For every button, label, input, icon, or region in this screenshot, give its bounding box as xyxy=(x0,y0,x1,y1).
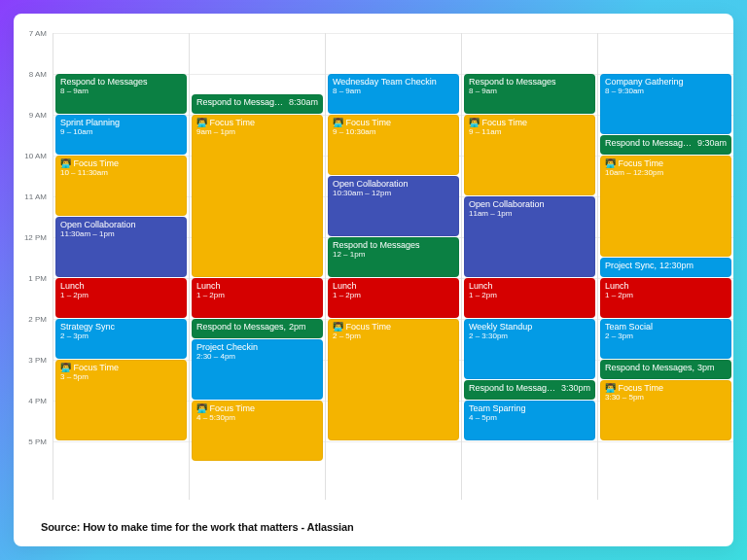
day-columns: Respond to Messages8 – 9amSprint Plannin… xyxy=(53,33,733,500)
calendar-event[interactable]: Respond to Messages,9:30am xyxy=(600,135,731,155)
event-title: Weekly Standup xyxy=(469,322,590,332)
event-title: Project Sync, xyxy=(605,261,657,270)
calendar-event[interactable]: 👨‍💻 Focus Time2 – 5pm xyxy=(328,319,459,440)
day-column-tue: Respond to Messages,8:30am👨‍💻 Focus Time… xyxy=(189,33,325,500)
calendar-event[interactable]: Respond to Messages8 – 9am xyxy=(55,74,187,114)
day-column-fri: Company Gathering8 – 9:30amRespond to Me… xyxy=(597,33,733,500)
day-column-mon: Respond to Messages8 – 9amSprint Plannin… xyxy=(53,33,189,500)
event-title: 👨‍💻 Focus Time xyxy=(196,403,318,413)
event-title: Respond to Messages xyxy=(60,77,182,87)
calendar-event[interactable]: Lunch1 – 2pm xyxy=(328,278,459,318)
event-time: 10am – 12:30pm xyxy=(605,168,727,177)
time-label: 11 AM xyxy=(24,192,47,201)
calendar-event[interactable]: Respond to Messages12 – 1pm xyxy=(328,237,459,277)
calendar-event[interactable]: Lunch1 – 2pm xyxy=(192,278,323,318)
time-label: 2 PM xyxy=(28,315,47,324)
calendar-event[interactable]: Project Sync,12:30pm xyxy=(600,258,731,277)
event-time: 8:30am xyxy=(289,97,318,107)
event-title: Lunch xyxy=(333,281,454,291)
time-label: 8 AM xyxy=(29,70,47,79)
event-title: 👨‍💻 Focus Time xyxy=(333,118,454,127)
calendar-event[interactable]: 👨‍💻 Focus Time10 – 11:30am xyxy=(55,156,187,216)
calendar-event[interactable]: Open Collaboration11am – 1pm xyxy=(464,196,595,277)
event-title: Project Checkin xyxy=(196,342,318,352)
event-time: 2 – 5pm xyxy=(333,332,454,340)
event-title: Team Sparring xyxy=(469,403,590,413)
event-title: Company Gathering xyxy=(605,77,727,87)
calendar-event[interactable]: Company Gathering8 – 9:30am xyxy=(600,74,731,134)
calendar-event[interactable]: Wednesday Team Checkin8 – 9am xyxy=(328,74,459,114)
calendar-event[interactable]: Respond to Messages,3:30pm xyxy=(464,380,595,400)
calendar-event[interactable]: Respond to Messages8 – 9am xyxy=(464,74,595,114)
calendar-grid: 7 AM8 AM9 AM10 AM11 AM12 PM1 PM2 PM3 PM4… xyxy=(14,33,733,500)
event-time: 2 – 3pm xyxy=(60,332,182,340)
hour-line xyxy=(326,441,461,442)
time-label: 12 PM xyxy=(24,233,47,242)
event-time: 11:30am – 1pm xyxy=(60,229,182,238)
event-title: Open Collaboration xyxy=(333,179,454,189)
calendar-event[interactable]: Weekly Standup2 – 3:30pm xyxy=(464,319,595,379)
calendar-event[interactable]: Open Collaboration10:30am – 12pm xyxy=(328,176,459,236)
event-time: 8 – 9am xyxy=(60,87,182,95)
event-title: Respond to Messages, xyxy=(605,363,694,372)
event-time: 2 – 3pm xyxy=(605,332,727,340)
event-time: 2pm xyxy=(289,322,306,332)
source-caption: Source: How to make time for the work th… xyxy=(41,521,354,533)
event-time: 1 – 2pm xyxy=(333,291,454,299)
event-title: 👨‍💻 Focus Time xyxy=(605,383,727,393)
hour-line xyxy=(462,33,597,34)
event-time: 12 – 1pm xyxy=(333,250,454,259)
event-time: 1 – 2pm xyxy=(605,291,727,299)
hour-line xyxy=(53,33,189,34)
calendar-event[interactable]: 👨‍💻 Focus Time9 – 11am xyxy=(464,115,595,195)
gradient-frame: 7 AM8 AM9 AM10 AM11 AM12 PM1 PM2 PM3 PM4… xyxy=(0,0,747,560)
calendar-event[interactable]: Lunch1 – 2pm xyxy=(600,278,731,318)
calendar-event[interactable]: Sprint Planning9 – 10am xyxy=(55,115,187,155)
event-title: Respond to Messages, xyxy=(605,138,694,148)
time-label: 5 PM xyxy=(28,438,47,446)
calendar-event[interactable]: 👨‍💻 Focus Time10am – 12:30pm xyxy=(600,156,731,257)
event-title: Respond to Messages xyxy=(469,77,590,87)
calendar-event[interactable]: Respond to Messages,8:30am xyxy=(192,94,323,114)
event-title: 👨‍💻 Focus Time xyxy=(469,118,590,127)
hour-line xyxy=(190,74,325,75)
time-label: 4 PM xyxy=(28,397,47,405)
event-title: Respond to Messages xyxy=(333,240,454,250)
calendar-event[interactable]: Respond to Messages,2pm xyxy=(192,319,323,338)
event-time: 3:30 – 5pm xyxy=(605,393,727,402)
calendar-event[interactable]: Strategy Sync2 – 3pm xyxy=(55,319,187,359)
event-time: 1 – 2pm xyxy=(196,291,318,299)
time-label: 10 AM xyxy=(24,152,47,160)
calendar-event[interactable]: 👨‍💻 Focus Time9 – 10:30am xyxy=(328,115,459,175)
event-title: 👨‍💻 Focus Time xyxy=(605,158,727,168)
calendar-card: 7 AM8 AM9 AM10 AM11 AM12 PM1 PM2 PM3 PM4… xyxy=(14,14,733,546)
event-title: Respond to Messages, xyxy=(196,97,286,107)
event-title: Open Collaboration xyxy=(60,220,182,229)
event-time: 4 – 5pm xyxy=(469,413,590,422)
calendar-event[interactable]: Lunch1 – 2pm xyxy=(464,278,595,318)
time-label: 3 PM xyxy=(28,356,47,365)
calendar-event[interactable]: Project Checkin2:30 – 4pm xyxy=(192,339,323,400)
event-title: 👨‍💻 Focus Time xyxy=(196,118,318,127)
event-time: 9am – 1pm xyxy=(196,127,318,136)
event-time: 10:30am – 12pm xyxy=(333,189,454,197)
calendar-event[interactable]: Respond to Messages,3pm xyxy=(600,360,731,379)
calendar-event[interactable]: 👨‍💻 Focus Time9am – 1pm xyxy=(192,115,323,277)
event-title: Sprint Planning xyxy=(60,118,182,127)
calendar-event[interactable]: 👨‍💻 Focus Time3:30 – 5pm xyxy=(600,380,731,440)
event-time: 2:30 – 4pm xyxy=(196,352,318,361)
event-title: 👨‍💻 Focus Time xyxy=(333,322,454,332)
event-time: 8 – 9am xyxy=(333,87,454,95)
event-time: 3 – 5pm xyxy=(60,372,182,381)
calendar-event[interactable]: Open Collaboration11:30am – 1pm xyxy=(55,217,187,277)
event-time: 9 – 10am xyxy=(60,127,182,136)
calendar-event[interactable]: Team Social2 – 3pm xyxy=(600,319,731,359)
calendar-event[interactable]: Lunch1 – 2pm xyxy=(55,278,187,318)
event-time: 1 – 2pm xyxy=(469,291,590,299)
calendar-event[interactable]: 👨‍💻 Focus Time3 – 5pm xyxy=(55,360,187,440)
event-time: 8 – 9am xyxy=(469,87,590,95)
calendar-event[interactable]: Team Sparring4 – 5pm xyxy=(464,401,595,440)
event-time: 3:30pm xyxy=(561,383,590,393)
event-time: 9 – 11am xyxy=(469,127,590,136)
calendar-event[interactable]: 👨‍💻 Focus Time4 – 5:30pm xyxy=(192,401,323,461)
